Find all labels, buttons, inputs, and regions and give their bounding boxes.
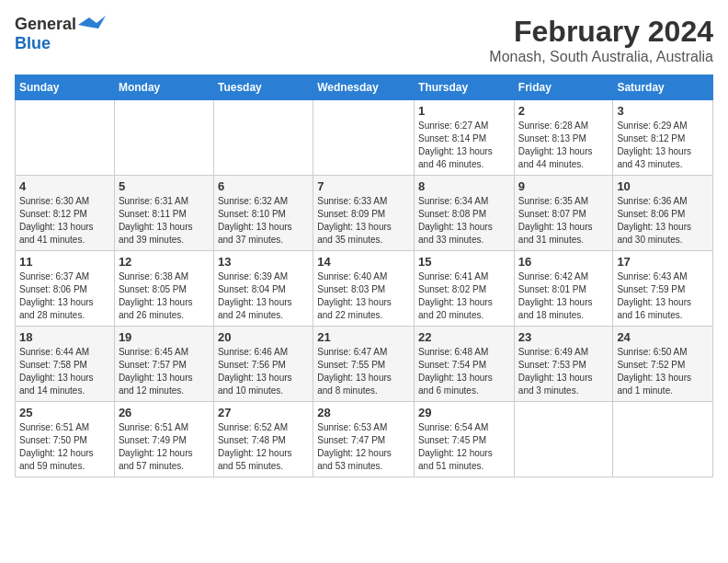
day-info: Sunrise: 6:53 AMSunset: 7:47 PMDaylight:… xyxy=(317,421,410,473)
day-number: 15 xyxy=(418,255,510,269)
calendar-cell: 22Sunrise: 6:48 AMSunset: 7:54 PMDayligh… xyxy=(415,327,515,402)
day-info: Sunrise: 6:37 AMSunset: 8:06 PMDaylight:… xyxy=(19,270,110,322)
calendar-cell: 12Sunrise: 6:38 AMSunset: 8:05 PMDayligh… xyxy=(114,251,213,327)
col-header-thursday: Thursday xyxy=(415,75,515,100)
day-info: Sunrise: 6:29 AMSunset: 8:12 PMDaylight:… xyxy=(617,120,709,171)
calendar-cell: 19Sunrise: 6:45 AMSunset: 7:57 PMDayligh… xyxy=(114,327,213,402)
calendar-cell: 28Sunrise: 6:53 AMSunset: 7:47 PMDayligh… xyxy=(313,402,415,477)
day-info: Sunrise: 6:43 AMSunset: 7:59 PMDaylight:… xyxy=(617,270,709,322)
day-number: 27 xyxy=(218,406,309,419)
col-header-monday: Monday xyxy=(114,75,213,100)
day-number: 18 xyxy=(19,330,110,344)
day-number: 11 xyxy=(19,255,110,269)
day-info: Sunrise: 6:54 AMSunset: 7:45 PMDaylight:… xyxy=(418,421,510,473)
day-info: Sunrise: 6:42 AMSunset: 8:01 PMDaylight:… xyxy=(518,270,609,322)
day-info: Sunrise: 6:30 AMSunset: 8:12 PMDaylight:… xyxy=(19,195,110,247)
day-number: 14 xyxy=(317,255,410,269)
calendar-cell: 25Sunrise: 6:51 AMSunset: 7:50 PMDayligh… xyxy=(16,402,115,477)
calendar-cell xyxy=(114,100,213,176)
calendar-week-row: 25Sunrise: 6:51 AMSunset: 7:50 PMDayligh… xyxy=(16,402,713,477)
calendar-week-row: 18Sunrise: 6:44 AMSunset: 7:58 PMDayligh… xyxy=(16,327,713,402)
calendar-cell: 24Sunrise: 6:50 AMSunset: 7:52 PMDayligh… xyxy=(613,327,713,402)
calendar-cell: 8Sunrise: 6:34 AMSunset: 8:08 PMDaylight… xyxy=(415,176,515,251)
calendar-cell xyxy=(313,100,415,176)
calendar-cell: 29Sunrise: 6:54 AMSunset: 7:45 PMDayligh… xyxy=(415,402,515,477)
col-header-saturday: Saturday xyxy=(613,75,713,100)
day-info: Sunrise: 6:48 AMSunset: 7:54 PMDaylight:… xyxy=(418,346,510,397)
calendar-cell: 15Sunrise: 6:41 AMSunset: 8:02 PMDayligh… xyxy=(415,251,515,327)
day-number: 12 xyxy=(119,255,210,269)
calendar-cell: 16Sunrise: 6:42 AMSunset: 8:01 PMDayligh… xyxy=(514,251,613,327)
col-header-sunday: Sunday xyxy=(16,75,115,100)
day-info: Sunrise: 6:36 AMSunset: 8:06 PMDaylight:… xyxy=(617,195,709,247)
day-info: Sunrise: 6:28 AMSunset: 8:13 PMDaylight:… xyxy=(518,120,609,171)
day-info: Sunrise: 6:27 AMSunset: 8:14 PMDaylight:… xyxy=(418,120,510,171)
calendar-cell: 27Sunrise: 6:52 AMSunset: 7:48 PMDayligh… xyxy=(213,402,313,477)
day-number: 22 xyxy=(418,330,510,344)
day-info: Sunrise: 6:44 AMSunset: 7:58 PMDaylight:… xyxy=(19,346,110,397)
day-number: 25 xyxy=(19,406,110,419)
day-number: 7 xyxy=(317,179,410,193)
col-header-wednesday: Wednesday xyxy=(313,75,415,100)
calendar-cell: 3Sunrise: 6:29 AMSunset: 8:12 PMDaylight… xyxy=(613,100,713,176)
day-number: 20 xyxy=(218,330,309,344)
calendar-cell: 21Sunrise: 6:47 AMSunset: 7:55 PMDayligh… xyxy=(313,327,415,402)
day-number: 5 xyxy=(119,179,210,193)
day-number: 4 xyxy=(19,179,110,193)
day-info: Sunrise: 6:40 AMSunset: 8:03 PMDaylight:… xyxy=(317,270,410,322)
day-number: 17 xyxy=(617,255,709,269)
day-info: Sunrise: 6:34 AMSunset: 8:08 PMDaylight:… xyxy=(418,195,510,247)
day-number: 10 xyxy=(617,179,709,193)
calendar-cell: 20Sunrise: 6:46 AMSunset: 7:56 PMDayligh… xyxy=(213,327,313,402)
day-info: Sunrise: 6:47 AMSunset: 7:55 PMDaylight:… xyxy=(317,346,410,397)
day-info: Sunrise: 6:50 AMSunset: 7:52 PMDaylight:… xyxy=(617,346,709,397)
page-header: General Blue February 2024 Monash, South… xyxy=(15,15,713,65)
calendar-cell: 2Sunrise: 6:28 AMSunset: 8:13 PMDaylight… xyxy=(514,100,613,176)
col-header-tuesday: Tuesday xyxy=(213,75,313,100)
calendar-cell: 9Sunrise: 6:35 AMSunset: 8:07 PMDaylight… xyxy=(514,176,613,251)
day-number: 6 xyxy=(218,179,309,193)
calendar-week-row: 11Sunrise: 6:37 AMSunset: 8:06 PMDayligh… xyxy=(16,251,713,327)
day-info: Sunrise: 6:32 AMSunset: 8:10 PMDaylight:… xyxy=(218,195,309,247)
calendar-cell: 11Sunrise: 6:37 AMSunset: 8:06 PMDayligh… xyxy=(16,251,115,327)
day-number: 13 xyxy=(218,255,309,269)
calendar-cell: 5Sunrise: 6:31 AMSunset: 8:11 PMDaylight… xyxy=(114,176,213,251)
day-info: Sunrise: 6:33 AMSunset: 8:09 PMDaylight:… xyxy=(317,195,410,247)
logo-general-text: General xyxy=(15,15,76,34)
day-info: Sunrise: 6:39 AMSunset: 8:04 PMDaylight:… xyxy=(218,270,309,322)
day-info: Sunrise: 6:38 AMSunset: 8:05 PMDaylight:… xyxy=(119,270,210,322)
calendar-cell: 1Sunrise: 6:27 AMSunset: 8:14 PMDaylight… xyxy=(415,100,515,176)
svg-marker-0 xyxy=(78,16,106,29)
location-title: Monash, South Australia, Australia xyxy=(489,49,713,65)
day-number: 29 xyxy=(418,406,510,419)
col-header-friday: Friday xyxy=(514,75,613,100)
calendar-header-row: SundayMondayTuesdayWednesdayThursdayFrid… xyxy=(16,75,713,100)
day-info: Sunrise: 6:51 AMSunset: 7:49 PMDaylight:… xyxy=(119,421,210,473)
day-number: 1 xyxy=(418,104,510,118)
calendar-cell xyxy=(613,402,713,477)
day-number: 21 xyxy=(317,330,410,344)
calendar-cell: 10Sunrise: 6:36 AMSunset: 8:06 PMDayligh… xyxy=(613,176,713,251)
calendar-cell: 4Sunrise: 6:30 AMSunset: 8:12 PMDaylight… xyxy=(16,176,115,251)
month-title: February 2024 xyxy=(489,15,713,49)
calendar-cell: 6Sunrise: 6:32 AMSunset: 8:10 PMDaylight… xyxy=(213,176,313,251)
day-info: Sunrise: 6:45 AMSunset: 7:57 PMDaylight:… xyxy=(119,346,210,397)
day-number: 23 xyxy=(518,330,609,344)
title-area: February 2024 Monash, South Australia, A… xyxy=(489,15,713,65)
day-number: 9 xyxy=(518,179,609,193)
calendar-week-row: 1Sunrise: 6:27 AMSunset: 8:14 PMDaylight… xyxy=(16,100,713,176)
day-info: Sunrise: 6:49 AMSunset: 7:53 PMDaylight:… xyxy=(518,346,609,397)
calendar-table: SundayMondayTuesdayWednesdayThursdayFrid… xyxy=(15,75,713,477)
calendar-cell: 17Sunrise: 6:43 AMSunset: 7:59 PMDayligh… xyxy=(613,251,713,327)
day-number: 26 xyxy=(119,406,210,419)
day-number: 24 xyxy=(617,330,709,344)
calendar-cell: 18Sunrise: 6:44 AMSunset: 7:58 PMDayligh… xyxy=(16,327,115,402)
day-number: 3 xyxy=(617,104,709,118)
calendar-cell: 23Sunrise: 6:49 AMSunset: 7:53 PMDayligh… xyxy=(514,327,613,402)
day-info: Sunrise: 6:46 AMSunset: 7:56 PMDaylight:… xyxy=(218,346,309,397)
day-number: 19 xyxy=(119,330,210,344)
logo-blue-text: Blue xyxy=(15,34,51,53)
day-info: Sunrise: 6:41 AMSunset: 8:02 PMDaylight:… xyxy=(418,270,510,322)
calendar-cell: 7Sunrise: 6:33 AMSunset: 8:09 PMDaylight… xyxy=(313,176,415,251)
logo-bird-icon xyxy=(78,16,106,34)
